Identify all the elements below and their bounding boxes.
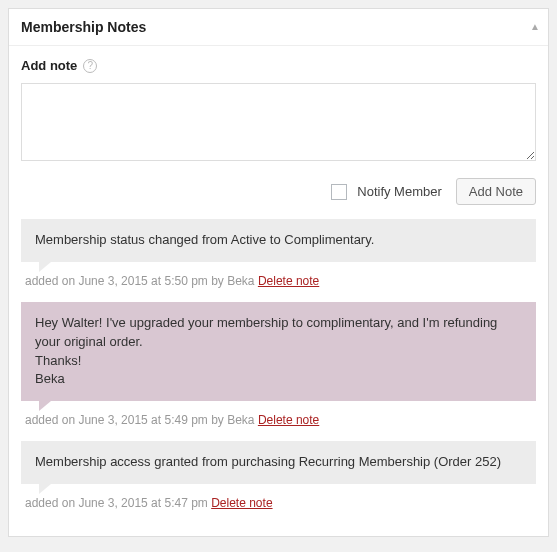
membership-notes-panel: Membership Notes ▲ Add note ? Notify Mem… — [8, 8, 549, 537]
add-note-header: Add note ? — [21, 58, 536, 73]
add-note-actions: Notify Member Add Note — [21, 178, 536, 205]
panel-body: Add note ? Notify Member Add Note Member… — [9, 46, 548, 536]
note-by-word: by — [208, 413, 227, 427]
note-author: Beka — [227, 274, 254, 288]
note-meta-prefix: added on — [25, 413, 78, 427]
notes-list: Membership status changed from Active to… — [21, 219, 536, 516]
add-note-button[interactable]: Add Note — [456, 178, 536, 205]
note-meta: added on June 3, 2015 at 5:49 pm by Beka… — [21, 401, 536, 433]
notify-member-label: Notify Member — [357, 184, 442, 199]
delete-note-link[interactable]: Delete note — [211, 496, 272, 510]
note-content: Membership status changed from Active to… — [21, 219, 536, 262]
delete-note-link[interactable]: Delete note — [258, 413, 319, 427]
help-icon[interactable]: ? — [83, 59, 97, 73]
note-date: June 3, 2015 at 5:49 pm — [78, 413, 207, 427]
note-meta: added on June 3, 2015 at 5:47 pm Delete … — [21, 484, 536, 516]
panel-toggle-icon[interactable]: ▲ — [530, 22, 540, 32]
add-note-label: Add note — [21, 58, 77, 73]
note-content: Membership access granted from purchasin… — [21, 441, 536, 484]
notify-member-checkbox[interactable] — [331, 184, 347, 200]
note-item: Membership access granted from purchasin… — [21, 441, 536, 516]
note-date: June 3, 2015 at 5:47 pm — [78, 496, 207, 510]
panel-title: Membership Notes — [21, 19, 536, 35]
panel-header: Membership Notes ▲ — [9, 9, 548, 46]
note-author: Beka — [227, 413, 254, 427]
note-by-word: by — [208, 274, 227, 288]
note-item: Membership status changed from Active to… — [21, 219, 536, 294]
note-meta-prefix: added on — [25, 496, 78, 510]
note-content: Hey Walter! I've upgraded your membershi… — [21, 302, 536, 401]
note-meta: added on June 3, 2015 at 5:50 pm by Beka… — [21, 262, 536, 294]
delete-note-link[interactable]: Delete note — [258, 274, 319, 288]
note-date: June 3, 2015 at 5:50 pm — [78, 274, 207, 288]
note-textarea[interactable] — [21, 83, 536, 161]
note-meta-prefix: added on — [25, 274, 78, 288]
note-item: Hey Walter! I've upgraded your membershi… — [21, 302, 536, 433]
